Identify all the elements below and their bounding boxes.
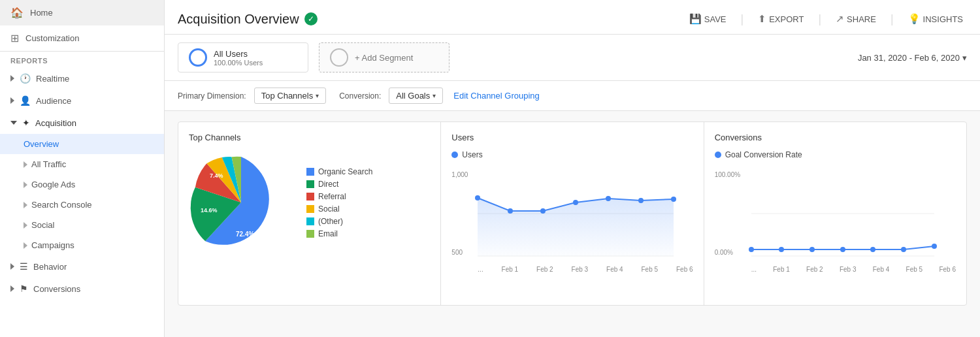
legend-color-other [306, 217, 314, 225]
segment-subtitle: 100.00% Users [214, 59, 263, 67]
legend-color-organic [306, 168, 314, 176]
charts-area: Top Channels [165, 111, 980, 316]
svg-point-8 [573, 200, 578, 205]
users-legend-label: Users [462, 150, 482, 159]
add-segment-circle [330, 48, 348, 67]
sidebar-sub-label-all-traffic: All Traffic [31, 159, 66, 169]
x-label: ... [751, 266, 757, 273]
svg-point-5 [475, 195, 480, 201]
share-icon: ↗ [836, 13, 844, 25]
sidebar-item-audience[interactable]: 👤 Audience [0, 89, 164, 112]
sidebar-label-realtime: Realtime [36, 74, 69, 84]
sidebar-sub-label-google-ads: Google Ads [31, 180, 75, 189]
sidebar-sub-overview[interactable]: Overview [0, 134, 164, 154]
sidebar-item-conversions[interactable]: ⚑ Conversions [0, 278, 164, 300]
legend-color-referral [306, 193, 314, 201]
x-label: Feb 5 [642, 266, 659, 273]
clock-icon: 🕐 [20, 73, 31, 84]
separator: | [890, 12, 894, 26]
sidebar-sub-label-campaigns: Campaigns [31, 240, 74, 250]
pie-legend: Organic Search Direct Referral Soci [306, 167, 372, 238]
main-content: Acquisition Overview ✓ 💾 SAVE | ⬆ EXPORT… [165, 0, 980, 337]
users-legend: Users [451, 150, 693, 159]
legend-label-direct: Direct [318, 180, 338, 189]
date-range-picker[interactable]: Jan 31, 2020 - Feb 6, 2020 ▾ [858, 53, 967, 63]
conversions-legend-dot [715, 152, 721, 158]
svg-point-15 [779, 247, 784, 252]
expand-icon [24, 182, 27, 188]
chevron-down-icon: ▾ [433, 92, 436, 99]
sidebar-top-nav: 🏠 Home ⊞ Customization [0, 0, 164, 52]
legend-color-social [306, 205, 314, 213]
share-label: SHARE [847, 14, 876, 24]
sidebar-label-audience: Audience [36, 96, 71, 106]
conversions-y-mid: 0.00% [715, 249, 740, 256]
save-icon: 💾 [689, 13, 702, 25]
page-title-text: Acquisition Overview [178, 12, 299, 27]
sidebar-sub-google-ads[interactable]: Google Ads [0, 174, 164, 195]
insights-button[interactable]: 💡 INSIGHTS [904, 10, 967, 27]
conversions-chart-title: Conversions [715, 133, 956, 142]
sidebar-sub-social[interactable]: Social [0, 215, 164, 235]
x-label: ... [478, 266, 483, 273]
legend-organic-search: Organic Search [306, 167, 372, 176]
svg-point-14 [749, 247, 754, 252]
all-users-segment[interactable]: All Users 100.00% Users [178, 42, 308, 72]
sidebar-item-customization[interactable]: ⊞ Customization [0, 25, 164, 51]
expand-icon [10, 75, 14, 82]
export-button[interactable]: ⬆ EXPORT [754, 10, 808, 27]
pie-chart: 72.4% 14.6% 7.4% [189, 150, 293, 255]
svg-point-9 [606, 196, 611, 201]
legend-color-email [306, 230, 314, 238]
export-icon: ⬆ [758, 13, 766, 25]
legend-other: (Other) [306, 217, 372, 226]
export-label: EXPORT [769, 14, 804, 24]
save-label: SAVE [704, 14, 727, 24]
svg-point-6 [508, 208, 513, 214]
x-label: Feb 5 [906, 266, 923, 273]
sidebar-sub-all-traffic[interactable]: All Traffic [0, 154, 164, 174]
expand-icon [24, 161, 27, 168]
separator: | [741, 12, 744, 26]
primary-dimension-label: Primary Dimension: [178, 91, 246, 101]
x-label: Feb 1 [773, 266, 790, 273]
legend-label-other: (Other) [318, 217, 343, 226]
expand-icon [10, 121, 17, 125]
x-label: Feb 2 [536, 266, 553, 273]
edit-channel-grouping-link[interactable]: Edit Channel Grouping [453, 91, 540, 101]
legend-color-direct [306, 180, 314, 188]
sidebar-label-acquisition: Acquisition [35, 118, 76, 128]
verified-icon: ✓ [304, 12, 318, 25]
users-y-mid: 500 [451, 249, 468, 256]
conversions-x-labels: ... Feb 1 Feb 2 Feb 3 Feb 4 Feb 5 Feb 6 [751, 266, 956, 273]
sidebar-label-conversions: Conversions [33, 284, 80, 294]
segment-circle [189, 48, 207, 67]
page-title: Acquisition Overview ✓ [178, 12, 318, 27]
save-button[interactable]: 💾 SAVE [685, 10, 730, 27]
conversions-icon: ⚑ [20, 283, 28, 294]
behavior-icon: ☰ [20, 261, 28, 272]
legend-social: Social [306, 204, 372, 214]
separator: | [818, 12, 821, 26]
svg-point-10 [638, 198, 644, 203]
sidebar-sub-search-console[interactable]: Search Console [0, 195, 164, 215]
conversion-select[interactable]: All Goals ▾ [389, 88, 443, 104]
sidebar-section-reports: REPORTS [0, 52, 164, 67]
sidebar-item-home[interactable]: 🏠 Home [0, 0, 164, 25]
sidebar-item-acquisition[interactable]: ✦ Acquisition [0, 112, 164, 134]
add-segment-button[interactable]: + Add Segment [319, 42, 449, 72]
users-x-labels: ... Feb 1 Feb 2 Feb 3 Feb 4 Feb 5 Feb 6 [478, 266, 693, 273]
conversions-legend: Goal Conversion Rate [715, 150, 956, 159]
customization-icon: ⊞ [10, 32, 19, 44]
users-legend-dot [451, 152, 458, 158]
users-panel: Users Users 1,000 500 [441, 122, 704, 305]
sidebar-item-behavior[interactable]: ☰ Behavior [0, 255, 164, 278]
share-button[interactable]: ↗ SHARE [832, 10, 880, 27]
top-bar: Acquisition Overview ✓ 💾 SAVE | ⬆ EXPORT… [165, 0, 980, 35]
charts-row: Top Channels [178, 121, 967, 306]
sidebar-sub-campaigns[interactable]: Campaigns [0, 235, 164, 255]
audience-icon: 👤 [20, 95, 31, 106]
sidebar-item-realtime[interactable]: 🕐 Realtime [0, 67, 164, 89]
legend-referral: Referral [306, 192, 372, 201]
dimension-select[interactable]: Top Channels ▾ [254, 88, 327, 104]
